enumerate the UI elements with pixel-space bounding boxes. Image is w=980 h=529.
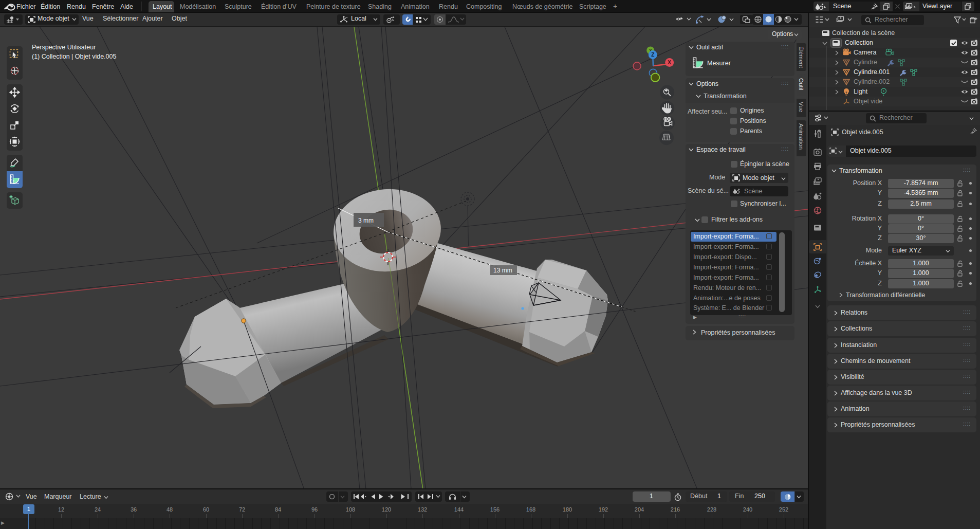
svg-text:Z: Z xyxy=(651,52,654,58)
svg-text:13 mm: 13 mm xyxy=(493,267,512,274)
svg-text:X: X xyxy=(668,60,671,65)
svg-text:3 mm: 3 mm xyxy=(358,217,374,224)
